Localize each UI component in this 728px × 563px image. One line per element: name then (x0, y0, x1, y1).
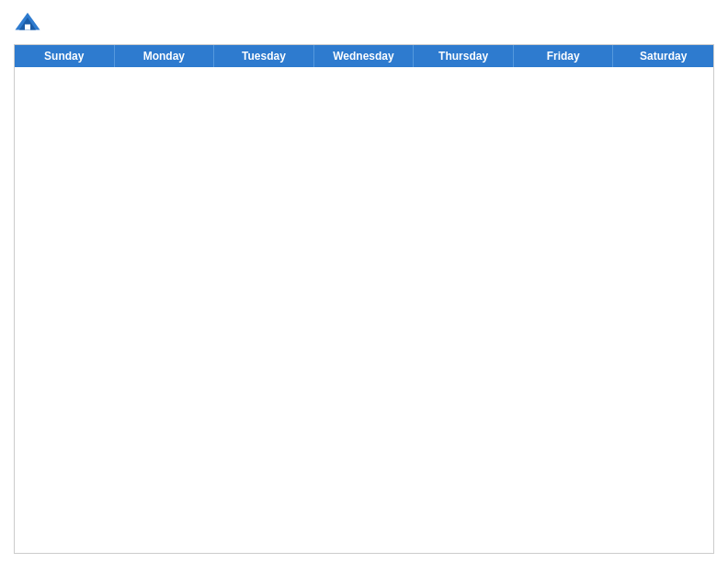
header (14, 9, 714, 37)
logo (14, 9, 45, 37)
calendar-header: SundayMondayTuesdayWednesdayThursdayFrid… (15, 45, 713, 67)
weekday-header-friday: Friday (514, 45, 614, 67)
weekday-header-monday: Monday (115, 45, 215, 67)
svg-rect-2 (25, 25, 30, 30)
logo-icon (14, 9, 41, 37)
weekday-header-thursday: Thursday (414, 45, 514, 67)
weekday-header-sunday: Sunday (15, 45, 115, 67)
weekday-header-wednesday: Wednesday (314, 45, 415, 67)
weekday-header-saturday: Saturday (613, 45, 713, 67)
weekday-header-tuesday: Tuesday (214, 45, 314, 67)
calendar-body (15, 67, 713, 553)
page: SundayMondayTuesdayWednesdayThursdayFrid… (0, 0, 728, 563)
calendar: SundayMondayTuesdayWednesdayThursdayFrid… (14, 44, 714, 554)
